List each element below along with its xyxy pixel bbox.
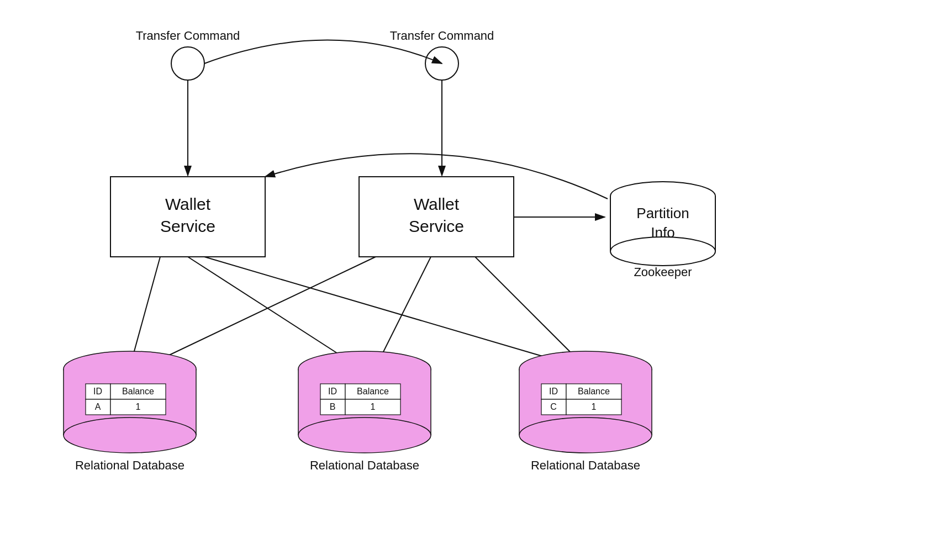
svg-text:1: 1 [592,402,597,411]
arrow-ws1-db2 [188,257,359,367]
svg-text:C: C [550,402,557,411]
svg-text:ID: ID [328,387,337,396]
transfer-command-2-label: Transfer Command [390,29,494,43]
zookeeper-label: Zookeeper [634,265,692,279]
arrow-ws2-db3 [475,257,586,367]
svg-text:B: B [330,402,336,411]
db2-label: Relational Database [310,458,419,472]
wallet-service-1-label-line2: Service [160,217,215,235]
diagram-container: ID Balance A 1 ID Balance B 1 ID Balance [0,0,949,560]
svg-text:Balance: Balance [357,387,389,396]
partition-info-label-line1: Partition [636,205,689,221]
wallet-service-2-label-line1: Wallet [414,195,460,213]
svg-text:ID: ID [549,387,558,396]
db3-label: Relational Database [531,458,640,472]
arrow-ws2-db2 [376,257,431,367]
transfer-command-1-label: Transfer Command [136,29,240,43]
db3-bottom [519,418,652,453]
arrow-tc1-arc-ws2 [204,40,442,64]
db1-label: Relational Database [75,458,184,472]
svg-text:Balance: Balance [578,387,610,396]
svg-text:A: A [95,402,101,411]
svg-text:1: 1 [371,402,376,411]
transfer-command-1-circle [171,47,204,80]
zookeeper-bottom [610,237,715,266]
wallet-service-2-label-line2: Service [409,217,464,235]
diagram-svg: ID Balance A 1 ID Balance B 1 ID Balance [0,0,949,560]
arrow-ws1-db1 [130,257,160,367]
wallet-service-1-label-line1: Wallet [165,195,211,213]
svg-text:Balance: Balance [122,387,154,396]
db1-bottom [64,418,196,453]
db2-bottom [298,418,431,453]
svg-text:1: 1 [136,402,141,411]
partition-info-label-line2: Info [651,224,674,241]
svg-text:ID: ID [93,387,102,396]
